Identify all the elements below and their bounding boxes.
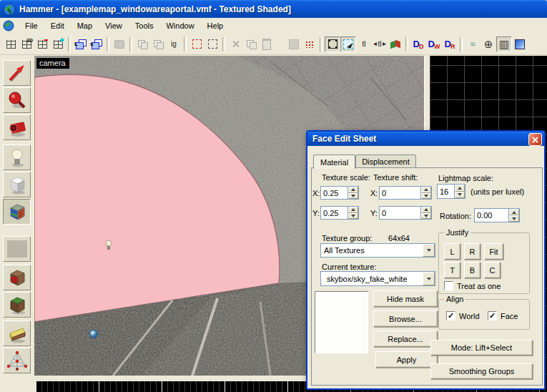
treat-as-one-label: Treat as one bbox=[457, 282, 501, 290]
texture-scale-x-spinner[interactable] bbox=[348, 187, 358, 199]
undo-button[interactable] bbox=[112, 36, 127, 52]
texture-application-tool-button[interactable] bbox=[3, 199, 31, 225]
spin-down-button[interactable] bbox=[421, 193, 431, 200]
spin-up-button[interactable] bbox=[455, 185, 465, 192]
dropdown-arrow-icon[interactable] bbox=[423, 272, 435, 285]
dialog-titlebar[interactable]: Face Edit Sheet bbox=[307, 132, 544, 146]
group-button[interactable] bbox=[134, 36, 150, 52]
texture-group-select[interactable]: All Textures bbox=[320, 243, 435, 258]
select-touching-box-button[interactable] bbox=[325, 36, 340, 52]
spin-up-button[interactable] bbox=[348, 187, 358, 193]
menu-window[interactable]: Window bbox=[159, 19, 200, 32]
apply-button[interactable]: Apply bbox=[375, 351, 438, 368]
browse-button[interactable]: Browse... bbox=[373, 310, 438, 327]
menu-file[interactable]: File bbox=[19, 19, 44, 32]
cube-icon bbox=[6, 175, 29, 195]
texture-application-button[interactable]: ▥ bbox=[496, 36, 512, 52]
texture-browser-button[interactable] bbox=[512, 36, 528, 52]
run-map-release-button[interactable]: DR bbox=[442, 36, 458, 52]
spin-down-button[interactable] bbox=[455, 192, 465, 199]
align-face-checkbox[interactable]: ✓ bbox=[488, 311, 497, 320]
toggle-grid-button[interactable] bbox=[3, 36, 19, 52]
menu-tools[interactable]: Tools bbox=[129, 19, 160, 32]
menu-view[interactable]: View bbox=[99, 19, 129, 32]
lightmap-units-label: (units per luxel) bbox=[470, 187, 524, 196]
texture-scale-x-input[interactable]: 0.25 bbox=[320, 186, 359, 200]
paste-button[interactable] bbox=[259, 36, 275, 52]
rotation-spinner[interactable] bbox=[508, 209, 519, 222]
lightmap-scale-input[interactable]: 16 bbox=[437, 184, 465, 199]
cut-button[interactable] bbox=[227, 36, 243, 52]
align-world-checkbox[interactable]: ✓ bbox=[446, 311, 455, 320]
menu-map[interactable]: Map bbox=[71, 19, 99, 32]
hide-unselected-button[interactable] bbox=[204, 36, 220, 52]
texture-shift-y-input[interactable]: 0 bbox=[379, 206, 432, 220]
run-map-wireframe-button[interactable]: DW bbox=[426, 36, 442, 52]
spin-down-button[interactable] bbox=[348, 213, 358, 220]
clipping-tool-button[interactable] bbox=[3, 320, 31, 346]
smoothing-groups-button[interactable]: Smoothing Groups bbox=[430, 363, 533, 379]
camera-tool-button[interactable] bbox=[3, 114, 31, 140]
lightmap-spinner[interactable] bbox=[454, 185, 465, 198]
spin-up-button[interactable] bbox=[509, 209, 519, 215]
run-map-default-button[interactable]: DD bbox=[410, 36, 426, 52]
selection-tool-button[interactable] bbox=[3, 60, 31, 86]
texture-scale-label: Texture scale: bbox=[322, 173, 370, 182]
texture-lock-button[interactable]: tl bbox=[356, 36, 372, 52]
apply-current-texture-button[interactable] bbox=[3, 236, 31, 262]
carve-button[interactable] bbox=[286, 36, 302, 52]
texture-lock-scaling-button[interactable]: ◄tl► bbox=[372, 36, 388, 52]
mode-lift-select-button[interactable]: Mode: Lift+Select bbox=[430, 340, 533, 356]
texture-scale-y-spinner[interactable] bbox=[348, 207, 358, 219]
vertex-tool-button[interactable] bbox=[3, 348, 31, 373]
load-pointfile-button[interactable]: ≈ bbox=[465, 36, 481, 52]
auto-selection-button[interactable] bbox=[340, 36, 356, 52]
current-texture-select[interactable]: skybox/sky_fake_white bbox=[320, 271, 435, 286]
texture-scale-y-input[interactable]: 0.25 bbox=[320, 206, 359, 220]
replace-button[interactable]: Replace... bbox=[373, 330, 438, 347]
tab-displacement[interactable]: Displacement bbox=[355, 155, 416, 168]
spin-down-button[interactable] bbox=[509, 215, 519, 222]
spin-down-button[interactable] bbox=[421, 213, 431, 220]
texture-shift-y-spinner[interactable] bbox=[420, 207, 431, 219]
justify-center-button[interactable]: C bbox=[484, 262, 501, 278]
toggle-cordon-button[interactable] bbox=[302, 36, 317, 52]
copy-button[interactable] bbox=[243, 36, 259, 52]
sphere-entity-icon[interactable] bbox=[90, 330, 98, 338]
hide-selected-button[interactable] bbox=[189, 36, 204, 52]
ignore-groups-button[interactable]: ig bbox=[166, 36, 182, 52]
larger-grid-button[interactable] bbox=[50, 36, 66, 52]
menu-edit[interactable]: Edit bbox=[44, 19, 71, 32]
load-window-state-button[interactable]: L bbox=[73, 36, 89, 52]
texture-shift-x-input[interactable]: 0 bbox=[379, 186, 432, 200]
menu-help[interactable]: Help bbox=[201, 19, 230, 32]
justify-bottom-button[interactable]: B bbox=[464, 262, 481, 278]
sphere-button[interactable]: ⊕ bbox=[481, 36, 496, 52]
magnify-tool-button[interactable] bbox=[3, 87, 31, 113]
dialog-close-button[interactable] bbox=[528, 133, 542, 146]
overlay-tool-button[interactable] bbox=[3, 292, 31, 318]
flip-faces-button[interactable] bbox=[388, 36, 403, 52]
spin-up-button[interactable] bbox=[421, 187, 431, 193]
justify-fit-button[interactable]: Fit bbox=[484, 243, 503, 260]
justify-right-button[interactable]: R bbox=[464, 243, 481, 260]
spin-up-button[interactable] bbox=[348, 207, 358, 213]
ungroup-button[interactable] bbox=[150, 36, 166, 52]
spin-up-button[interactable] bbox=[421, 207, 431, 213]
rotation-input[interactable]: 0.00 bbox=[474, 208, 520, 222]
justify-top-button[interactable]: T bbox=[444, 262, 460, 278]
tab-material[interactable]: Material bbox=[313, 155, 355, 169]
toggle-3d-grid-button[interactable]: 3D bbox=[19, 36, 34, 52]
texture-shift-x-spinner[interactable] bbox=[420, 187, 431, 199]
entity-tool-button[interactable] bbox=[3, 144, 31, 170]
save-window-state-button[interactable]: s bbox=[89, 36, 104, 52]
decal-tool-button[interactable] bbox=[3, 265, 31, 290]
block-tool-button[interactable] bbox=[3, 172, 31, 197]
main-toolbar: 3D L s ig tl ◄tl► DD DW DR ≈ ⊕ ▥ bbox=[0, 34, 547, 55]
treat-as-one-checkbox[interactable] bbox=[444, 281, 453, 290]
justify-left-button[interactable]: L bbox=[444, 243, 460, 260]
hide-mask-button[interactable]: Hide mask bbox=[373, 290, 438, 307]
smaller-grid-button[interactable] bbox=[34, 36, 50, 52]
spin-down-button[interactable] bbox=[348, 193, 358, 200]
dropdown-arrow-icon[interactable] bbox=[423, 244, 435, 257]
